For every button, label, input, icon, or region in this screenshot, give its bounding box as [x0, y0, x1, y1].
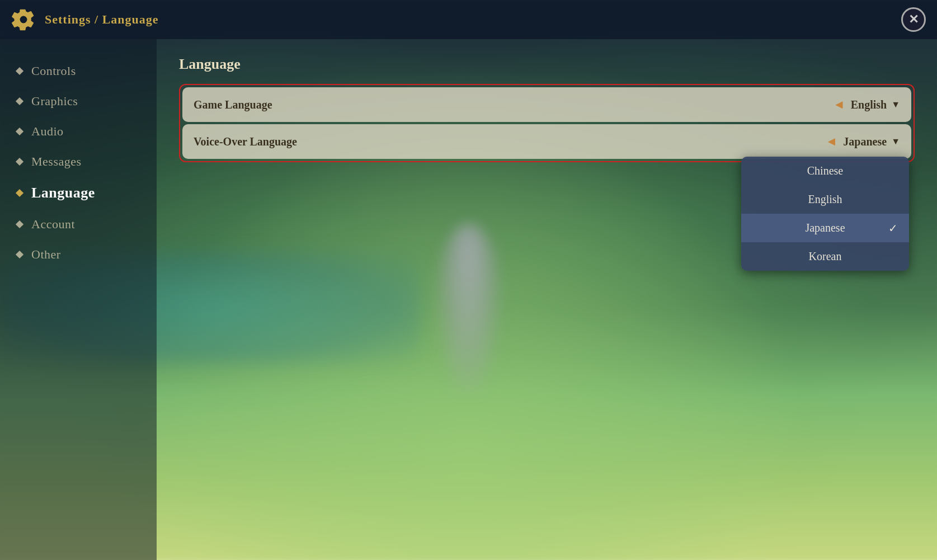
sidebar-label-messages: Messages — [31, 154, 82, 169]
left-arrow-icon: ◄ — [833, 97, 845, 112]
diamond-icon — [16, 251, 23, 258]
game-language-value: English — [851, 98, 887, 111]
dropdown-option-korean[interactable]: Korean — [741, 242, 909, 271]
dropdown-chinese-label: Chinese — [807, 164, 843, 177]
sidebar-item-audio[interactable]: Audio — [0, 116, 157, 147]
voice-over-value: Japanese — [843, 135, 887, 148]
close-icon: ✕ — [908, 12, 919, 27]
close-button[interactable]: ✕ — [901, 7, 926, 32]
gear-icon — [11, 7, 36, 32]
dropdown-arrow-icon-2: ▼ — [891, 137, 900, 147]
sidebar-item-other[interactable]: Other — [0, 239, 157, 270]
sidebar-item-messages[interactable]: Messages — [0, 147, 157, 177]
voice-over-label: Voice-Over Language — [194, 135, 826, 148]
sidebar-item-language[interactable]: Language — [0, 177, 157, 209]
diamond-icon — [16, 220, 23, 228]
diamond-icon — [16, 97, 23, 105]
voice-over-row[interactable]: Voice-Over Language ◄ Japanese ▼ Chinese… — [182, 124, 911, 159]
dropdown-arrow-icon: ▼ — [891, 100, 900, 110]
sidebar-item-controls[interactable]: Controls — [0, 56, 157, 86]
left-arrow-icon-2: ◄ — [826, 134, 838, 149]
check-icon: ✓ — [888, 222, 898, 235]
game-language-label: Game Language — [194, 98, 833, 111]
dropdown-english-label: English — [808, 193, 842, 206]
dropdown-korean-label: Korean — [809, 250, 842, 263]
game-language-row[interactable]: Game Language ◄ English ▼ — [182, 87, 911, 122]
header-bar: Settings / Language ✕ — [0, 0, 937, 39]
dropdown-option-japanese[interactable]: Japanese ✓ — [741, 214, 909, 242]
sidebar-label-language: Language — [31, 185, 95, 201]
dropdown-option-english[interactable]: English — [741, 185, 909, 214]
sidebar-item-graphics[interactable]: Graphics — [0, 86, 157, 116]
page-title: Settings / Language — [45, 12, 159, 27]
language-settings-panel: Game Language ◄ English ▼ Voice-Over Lan… — [179, 84, 915, 162]
sidebar-item-account[interactable]: Account — [0, 209, 157, 239]
voice-over-dropdown: Chinese English Japanese ✓ Korean — [741, 157, 909, 271]
dropdown-option-chinese[interactable]: Chinese — [741, 157, 909, 185]
section-title: Language — [179, 56, 915, 73]
sidebar-label-other: Other — [31, 247, 61, 262]
sidebar-label-graphics: Graphics — [31, 94, 78, 109]
sidebar-label-audio: Audio — [31, 124, 64, 139]
main-content: Language Game Language ◄ English ▼ Voice… — [157, 39, 937, 560]
dropdown-japanese-label: Japanese — [805, 222, 845, 234]
sidebar: Controls Graphics Audio Messages Languag… — [0, 39, 157, 560]
sidebar-label-account: Account — [31, 217, 75, 232]
diamond-icon-active — [16, 189, 23, 197]
diamond-icon — [16, 128, 23, 135]
diamond-icon — [16, 67, 23, 75]
sidebar-label-controls: Controls — [31, 64, 76, 78]
diamond-icon — [16, 158, 23, 166]
